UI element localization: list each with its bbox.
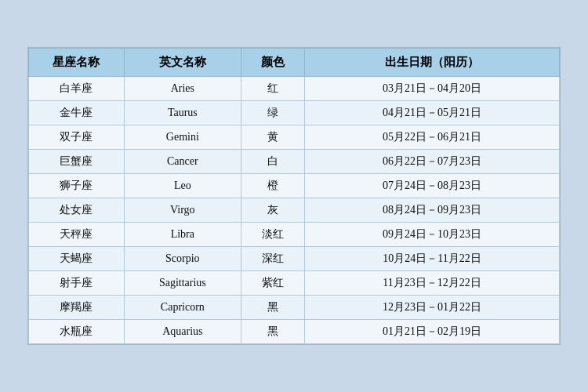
header-english: 英文名称 — [124, 49, 241, 77]
cell-chinese: 水瓶座 — [29, 320, 125, 344]
cell-chinese: 金牛座 — [29, 101, 125, 125]
cell-color: 深红 — [241, 247, 304, 271]
cell-color: 紫红 — [241, 271, 304, 296]
cell-color: 淡红 — [241, 223, 304, 247]
table-row: 双子座Gemini黄05月22日－06月21日 — [29, 125, 560, 150]
cell-color: 绿 — [241, 101, 304, 125]
cell-english: Gemini — [124, 125, 241, 150]
cell-english: Aquarius — [124, 320, 241, 344]
table-row: 白羊座Aries红03月21日－04月20日 — [29, 77, 560, 101]
table-row: 天蝎座Scorpio深红10月24日－11月22日 — [29, 247, 560, 271]
cell-color: 橙 — [241, 174, 304, 198]
table-row: 天秤座Libra淡红09月24日－10月23日 — [29, 223, 560, 247]
table-row: 巨蟹座Cancer白06月22日－07月23日 — [29, 150, 560, 174]
cell-english: Libra — [124, 223, 241, 247]
cell-chinese: 天秤座 — [29, 223, 125, 247]
cell-color: 黑 — [241, 320, 304, 344]
table-row: 摩羯座Capricorn黑12月23日－01月22日 — [29, 296, 560, 320]
zodiac-table: 星座名称 英文名称 颜色 出生日期（阳历） 白羊座Aries红03月21日－04… — [28, 48, 560, 344]
table-header-row: 星座名称 英文名称 颜色 出生日期（阳历） — [29, 49, 560, 77]
table-row: 金牛座Taurus绿04月21日－05月21日 — [29, 101, 560, 125]
cell-date: 05月22日－06月21日 — [305, 125, 560, 150]
cell-date: 09月24日－10月23日 — [305, 223, 560, 247]
cell-date: 01月21日－02月19日 — [305, 320, 560, 344]
cell-date: 12月23日－01月22日 — [305, 296, 560, 320]
header-color: 颜色 — [241, 49, 304, 77]
cell-english: Sagittarius — [124, 271, 241, 296]
table-row: 狮子座Leo橙07月24日－08月23日 — [29, 174, 560, 198]
cell-chinese: 巨蟹座 — [29, 150, 125, 174]
cell-chinese: 射手座 — [29, 271, 125, 296]
cell-color: 黄 — [241, 125, 304, 150]
zodiac-table-container: 星座名称 英文名称 颜色 出生日期（阳历） 白羊座Aries红03月21日－04… — [27, 47, 561, 345]
table-row: 处女座Virgo灰08月24日－09月23日 — [29, 198, 560, 223]
cell-chinese: 摩羯座 — [29, 296, 125, 320]
cell-date: 04月21日－05月21日 — [305, 101, 560, 125]
cell-chinese: 天蝎座 — [29, 247, 125, 271]
cell-date: 07月24日－08月23日 — [305, 174, 560, 198]
cell-date: 08月24日－09月23日 — [305, 198, 560, 223]
table-row: 水瓶座Aquarius黑01月21日－02月19日 — [29, 320, 560, 344]
cell-color: 黑 — [241, 296, 304, 320]
cell-date: 10月24日－11月22日 — [305, 247, 560, 271]
table-body: 白羊座Aries红03月21日－04月20日金牛座Taurus绿04月21日－0… — [29, 77, 560, 344]
cell-chinese: 白羊座 — [29, 77, 125, 101]
table-row: 射手座Sagittarius紫红11月23日－12月22日 — [29, 271, 560, 296]
cell-english: Virgo — [124, 198, 241, 223]
header-chinese: 星座名称 — [29, 49, 125, 77]
cell-chinese: 处女座 — [29, 198, 125, 223]
cell-english: Capricorn — [124, 296, 241, 320]
cell-english: Scorpio — [124, 247, 241, 271]
cell-date: 06月22日－07月23日 — [305, 150, 560, 174]
cell-english: Taurus — [124, 101, 241, 125]
cell-color: 灰 — [241, 198, 304, 223]
cell-english: Leo — [124, 174, 241, 198]
cell-color: 白 — [241, 150, 304, 174]
cell-english: Aries — [124, 77, 241, 101]
header-date: 出生日期（阳历） — [305, 49, 560, 77]
cell-date: 11月23日－12月22日 — [305, 271, 560, 296]
cell-color: 红 — [241, 77, 304, 101]
cell-chinese: 双子座 — [29, 125, 125, 150]
cell-chinese: 狮子座 — [29, 174, 125, 198]
cell-english: Cancer — [124, 150, 241, 174]
cell-date: 03月21日－04月20日 — [305, 77, 560, 101]
